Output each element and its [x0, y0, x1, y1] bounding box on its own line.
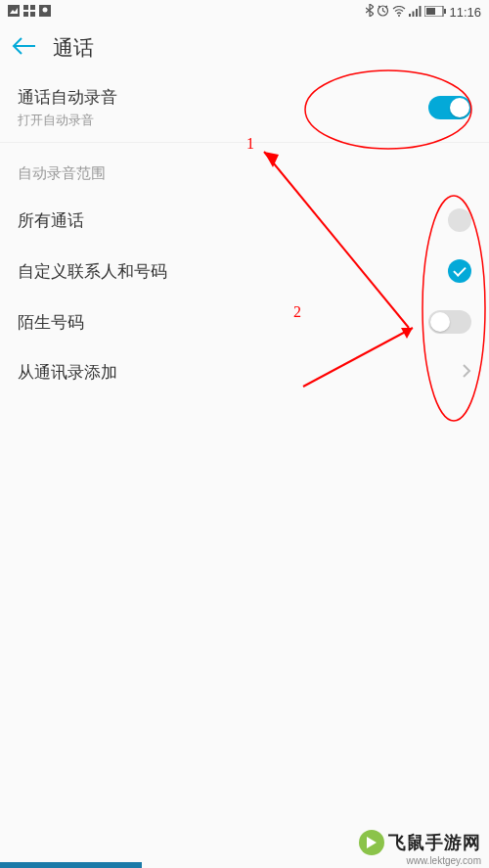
svg-rect-11 — [416, 9, 418, 17]
footer-accent — [0, 862, 142, 868]
status-time: 11:16 — [449, 5, 481, 20]
custom-contacts-text: 自定义联系人和号码 — [18, 260, 448, 283]
flag-icon — [39, 3, 51, 21]
svg-rect-14 — [426, 8, 435, 15]
all-calls-row[interactable]: 所有通话 — [0, 195, 489, 246]
unknown-numbers-title: 陌生号码 — [18, 311, 428, 334]
status-right-icons: 11:16 — [366, 4, 481, 20]
annotation-label-1: 1 — [246, 135, 254, 153]
svg-rect-10 — [413, 11, 415, 17]
add-from-contacts-title: 从通讯录添加 — [18, 361, 462, 384]
alarm-icon — [377, 4, 389, 20]
grid-icon — [23, 3, 35, 21]
unknown-numbers-text: 陌生号码 — [18, 311, 428, 334]
add-from-contacts-text: 从通讯录添加 — [18, 361, 462, 384]
section-label: 自动录音范围 — [0, 143, 489, 195]
bluetooth-icon — [366, 4, 374, 20]
watermark-brand: 飞鼠手游网 — [388, 831, 481, 854]
unknown-numbers-row[interactable]: 陌生号码 — [0, 297, 489, 347]
all-calls-radio[interactable] — [448, 208, 471, 232]
svg-rect-4 — [30, 12, 35, 17]
status-left-icons — [8, 3, 51, 21]
watermark-logo-icon — [359, 830, 384, 855]
svg-point-6 — [43, 8, 48, 13]
battery-icon — [424, 5, 446, 20]
auto-record-subtitle: 打开自动录音 — [18, 112, 428, 129]
auto-record-title: 通话自动录音 — [18, 86, 428, 109]
svg-rect-3 — [23, 12, 28, 17]
watermark: 飞鼠手游网 www.lektgey.com — [351, 826, 489, 868]
custom-contacts-radio[interactable] — [448, 259, 471, 283]
header: 通话 — [0, 23, 489, 72]
content: 通话自动录音 打开自动录音 自动录音范围 所有通话 自定义联系人和号码 陌生号码… — [0, 72, 489, 397]
watermark-url: www.lektgey.com — [406, 855, 481, 866]
toggle-knob — [450, 98, 469, 117]
chevron-right-icon — [462, 363, 471, 383]
unknown-numbers-toggle[interactable] — [428, 310, 471, 334]
svg-rect-1 — [23, 5, 28, 10]
svg-point-8 — [398, 15, 400, 17]
page-title: 通话 — [53, 34, 94, 62]
back-button[interactable] — [12, 36, 37, 60]
all-calls-title: 所有通话 — [18, 209, 448, 232]
svg-rect-2 — [30, 5, 35, 10]
svg-rect-9 — [409, 14, 411, 17]
status-bar: 11:16 — [0, 0, 489, 23]
wifi-icon — [392, 5, 406, 20]
svg-rect-12 — [420, 6, 422, 17]
gallery-icon — [8, 3, 20, 21]
annotation-label-2: 2 — [293, 303, 301, 321]
signal-icon — [409, 5, 422, 20]
auto-record-toggle[interactable] — [428, 96, 471, 119]
all-calls-text: 所有通话 — [18, 209, 448, 232]
toggle-knob — [430, 312, 450, 332]
auto-record-row[interactable]: 通话自动录音 打开自动录音 — [0, 72, 489, 143]
auto-record-text: 通话自动录音 打开自动录音 — [18, 86, 428, 129]
svg-rect-15 — [444, 9, 446, 14]
custom-contacts-row[interactable]: 自定义联系人和号码 — [0, 246, 489, 297]
add-from-contacts-row[interactable]: 从通讯录添加 — [0, 347, 489, 397]
custom-contacts-title: 自定义联系人和号码 — [18, 260, 448, 283]
